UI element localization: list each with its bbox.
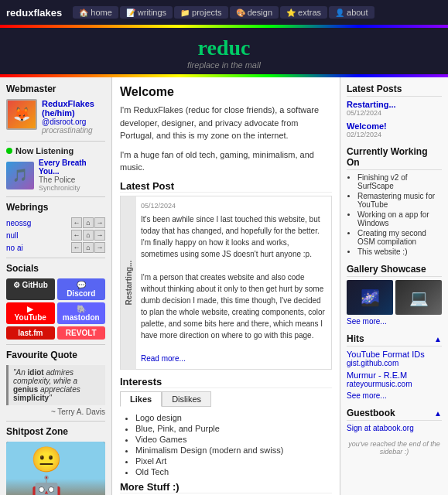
nav-extras[interactable]: ⭐ extras — [280, 6, 327, 19]
welcome-text: I'm ReduxFlakes (reduc for close friends… — [120, 104, 332, 142]
gallery-thumb-2[interactable]: 💻 — [395, 280, 442, 315]
currently-working-list: Finishing v2 of SurfScape Remastering mu… — [347, 173, 442, 256]
webring-noai-prev[interactable]: ← — [71, 242, 82, 253]
nav-projects[interactable]: 📁 projects — [174, 6, 228, 19]
latest-posts-title: Latest Posts — [347, 84, 442, 97]
github-badge[interactable]: ⚙ GitHub — [6, 278, 55, 300]
webring-null-next[interactable]: → — [94, 230, 105, 241]
site-header: reduc fireplace in the mall — [0, 28, 448, 74]
site-subtitle: fireplace in the mall — [0, 60, 448, 70]
list-item: Minimalism Design (modern and swiss) — [135, 446, 329, 455]
discord-badge[interactable]: 💬 Discord — [57, 278, 106, 300]
hit-item-1: YouTube Format IDs gist.github.com — [347, 350, 442, 367]
interests-list: Logo design Blue, Pink, and Purple Video… — [120, 410, 332, 481]
nav-home[interactable]: 🏠 home — [73, 6, 118, 19]
webmaster-name[interactable]: ReduxFlakes (he/him) — [42, 99, 105, 118]
webring-neossg-home[interactable]: ⌂ — [83, 217, 94, 228]
divider-1 — [6, 141, 105, 142]
revolt-badge[interactable]: REVOLT — [57, 326, 106, 340]
nav-about[interactable]: 👤 about — [329, 6, 374, 19]
webring-noai-home[interactable]: ⌂ — [83, 242, 94, 253]
gallery-see-more[interactable]: See more... — [347, 317, 442, 326]
guestbook-expand[interactable]: ▲ — [434, 409, 442, 418]
webring-neossg: neossg ← ⌂ → — [6, 217, 105, 228]
post-link-2[interactable]: Welcome! — [347, 121, 442, 131]
latest-posts-section: Latest Posts Restarting... 05/12/2024 We… — [347, 84, 442, 138]
list-item: Logo design — [135, 413, 329, 422]
divider-5 — [6, 421, 105, 422]
hit-link-2[interactable]: Murmur - R.E.M — [347, 370, 442, 380]
hit-sub-1[interactable]: gist.github.com — [347, 359, 442, 367]
brand-logo: reduxflakes — [6, 7, 62, 19]
post-list-item-1: Restarting... 05/12/2024 — [347, 100, 442, 117]
tab-dislikes[interactable]: Dislikes — [162, 391, 211, 407]
webrings-section: Webrings neossg ← ⌂ → null ← ⌂ → no ai — [6, 202, 105, 253]
webring-null-home[interactable]: ⌂ — [83, 230, 94, 241]
track-artist: The Police — [39, 176, 105, 184]
interests-section: Interests Likes Dislikes Logo design Blu… — [120, 376, 332, 481]
listening-header: Now Listening — [6, 146, 105, 155]
webring-null-label[interactable]: null — [6, 231, 70, 240]
gallery-grid: 🌌 💻 — [347, 280, 442, 315]
hits-expand[interactable]: ▲ — [434, 335, 442, 343]
right-sidebar: Latest Posts Restarting... 05/12/2024 We… — [340, 77, 448, 495]
welcome-section: Welcome I'm ReduxFlakes (reduc for close… — [120, 85, 332, 174]
track-source: Synchronicity — [39, 184, 105, 192]
more-stuff-title: More Stuff :) — [120, 481, 332, 493]
green-dot-icon — [6, 148, 12, 154]
track-card: 🎵 Every Breath You... The Police Synchro… — [6, 159, 105, 192]
webring-neossg-label[interactable]: neossg — [6, 219, 70, 227]
hits-section: Hits ▲ YouTube Format IDs gist.github.co… — [347, 333, 442, 400]
nav-writings[interactable]: 📝 writings — [120, 6, 173, 19]
lastfm-badge[interactable]: last.fm — [6, 326, 55, 340]
webring-neossg-next[interactable]: → — [94, 217, 105, 228]
post-text-1: It's been awhile since I last touched th… — [141, 213, 327, 260]
hit-sub-2[interactable]: rateyourmusic.com — [347, 380, 442, 388]
track-name: Every Breath You... — [39, 159, 105, 176]
gallery-section: Gallery Showcase 🌌 💻 See more... — [347, 264, 442, 326]
list-item: Video Games — [135, 435, 329, 444]
welcome-text2: I'm a huge fan of old tech, gaming, mini… — [120, 148, 332, 174]
writings-icon: 📝 — [126, 9, 135, 17]
post-link-1[interactable]: Restarting... — [347, 100, 442, 109]
tab-likes[interactable]: Likes — [120, 391, 162, 407]
gallery-title: Gallery Showcase — [347, 264, 442, 277]
read-more-link[interactable]: Read more... — [141, 354, 186, 363]
divider-3 — [6, 258, 105, 258]
webring-noai-next[interactable]: → — [94, 242, 105, 253]
webring-null: null ← ⌂ → — [6, 230, 105, 241]
latest-post-section: Latest Post Restarting... 05/12/2024 It'… — [120, 180, 332, 370]
quote-section: Favourite Quote "An idiot admires comple… — [6, 350, 105, 416]
hit-link-1[interactable]: YouTube Format IDs — [347, 350, 442, 359]
post-card: Restarting... 05/12/2024 It's been awhil… — [120, 196, 332, 370]
list-item: Remastering music for YouTube — [357, 192, 442, 209]
center-content: Welcome I'm ReduxFlakes (reduc for close… — [112, 77, 340, 495]
welcome-title: Welcome — [120, 85, 332, 99]
top-navigation: reduxflakes 🏠 home 📝 writings 📁 projects… — [0, 0, 448, 25]
youtube-badge[interactable]: ▶ YouTube — [6, 302, 55, 324]
webring-noai-arrows: ← ⌂ → — [71, 242, 105, 253]
main-layout: Webmaster 🦊 ReduxFlakes (he/him) @disroo… — [0, 77, 448, 495]
webring-null-prev[interactable]: ← — [71, 230, 82, 241]
gallery-thumb-1[interactable]: 🌌 — [347, 280, 393, 315]
webring-noai: no ai ← ⌂ → — [6, 242, 105, 253]
track-info: Every Breath You... The Police Synchroni… — [39, 159, 105, 192]
social-grid: ⚙ GitHub 💬 Discord ▶ YouTube 🐘 mastodon … — [6, 278, 105, 340]
nav-design[interactable]: 🎨 design — [230, 6, 279, 19]
guestbook-link[interactable]: Sign at atabook.org — [347, 424, 442, 432]
avatar: 🦊 — [6, 99, 37, 130]
interests-tabs: Likes Dislikes — [120, 391, 332, 407]
webring-neossg-prev[interactable]: ← — [71, 217, 82, 228]
post-text-2: I'm a person that creates website and al… — [141, 271, 327, 341]
hit-item-2: Murmur - R.E.M rateyourmusic.com — [347, 370, 442, 388]
design-icon: 🎨 — [236, 9, 245, 17]
webring-noai-label[interactable]: no ai — [6, 244, 70, 252]
webrings-title: Webrings — [6, 202, 105, 213]
shitpost-section: Shitpost Zone 😐🤖 — [6, 426, 105, 495]
mastodon-badge[interactable]: 🐘 mastodon — [57, 302, 106, 324]
divider-4 — [6, 344, 105, 345]
webmaster-section-title: Webmaster — [6, 84, 105, 94]
hits-see-more[interactable]: See more... — [347, 391, 442, 400]
post-date: 05/12/2024 — [141, 201, 327, 212]
currently-working-section: Currently Working On Finishing v2 of Sur… — [347, 146, 442, 256]
